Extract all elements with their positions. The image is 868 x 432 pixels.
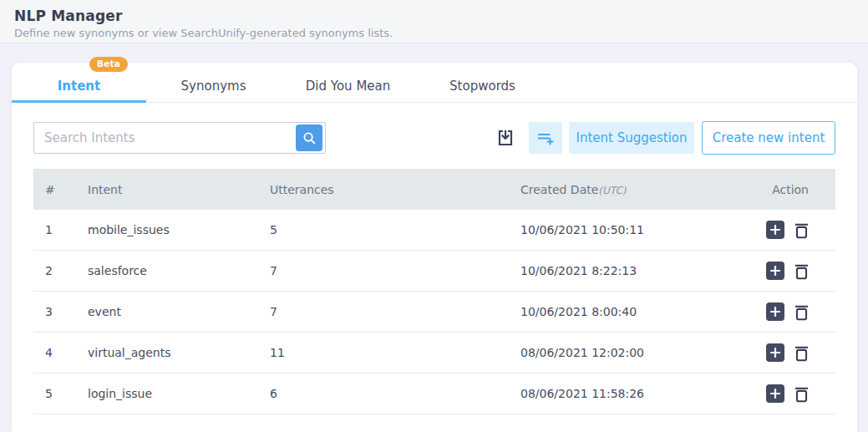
nlp-card: Beta Intent Synonyms Did You Mean Stopwo…	[12, 63, 857, 432]
toolbar-actions: Intent Suggestion Create new intent	[493, 121, 835, 155]
column-header-action: Action	[763, 183, 835, 196]
tab-stopwords[interactable]: Stopwords	[415, 63, 550, 102]
utterances-count: 7	[270, 305, 520, 318]
table-row: 4 virtual_agents 11 08/06/2021 12:02:00	[33, 333, 835, 374]
tab-did-you-mean[interactable]: Did You Mean	[281, 63, 415, 102]
column-header-created-date: Created Date(UTC)	[520, 183, 763, 196]
add-intent-list-button[interactable]	[529, 122, 562, 154]
row-number: 5	[33, 387, 88, 400]
row-number: 2	[33, 264, 88, 277]
search-button[interactable]	[296, 125, 322, 151]
created-date: 10/06/2021 8:22:13	[520, 264, 763, 277]
row-number: 3	[33, 305, 88, 318]
add-utterance-button[interactable]	[766, 343, 784, 362]
toolbar: Intent Suggestion Create new intent	[33, 121, 835, 155]
delete-intent-button[interactable]	[792, 384, 810, 404]
created-date-label: Created Date	[520, 183, 598, 196]
utterances-count: 5	[270, 223, 520, 236]
row-actions	[763, 384, 835, 404]
plus-icon	[769, 265, 781, 277]
download-intents-button[interactable]	[493, 122, 518, 154]
column-header-num: #	[33, 183, 88, 196]
table-row: 2 salesforce 7 10/06/2021 8:22:13	[33, 251, 835, 292]
table-row: 5 login_issue 6 08/06/2021 11:58:26	[33, 374, 835, 414]
plus-icon	[769, 224, 781, 236]
column-header-intent: Intent	[88, 183, 270, 196]
column-header-utterances: Utterances	[270, 183, 520, 196]
row-actions	[763, 261, 835, 281]
trash-icon	[793, 262, 810, 281]
intent-suggestion-button[interactable]: Intent Suggestion	[569, 122, 694, 154]
row-actions	[763, 220, 835, 240]
add-utterance-button[interactable]	[766, 302, 784, 321]
tab-label: Stopwords	[449, 79, 515, 94]
delete-intent-button[interactable]	[792, 343, 810, 363]
tab-label: Did You Mean	[306, 79, 391, 94]
created-date: 08/06/2021 12:02:00	[520, 346, 763, 359]
utterances-count: 11	[270, 346, 520, 359]
trash-icon	[793, 221, 810, 240]
row-number: 4	[33, 346, 88, 359]
intent-name: virtual_agents	[88, 346, 270, 359]
intents-table: # Intent Utterances Created Date(UTC) Ac…	[33, 169, 835, 414]
add-utterance-button[interactable]	[766, 384, 784, 403]
intent-name: mobile_issues	[88, 223, 270, 236]
add-to-list-icon	[536, 129, 555, 147]
search-icon	[302, 130, 317, 145]
utterances-count: 6	[270, 387, 520, 400]
row-actions	[763, 343, 835, 363]
page-title: NLP Manager	[14, 8, 868, 24]
search-input[interactable]	[33, 122, 326, 154]
table-row: 3 event 7 10/06/2021 8:00:40	[33, 292, 835, 333]
page-header: NLP Manager Define new synonyms or view …	[0, 0, 868, 43]
plus-icon	[769, 306, 781, 318]
tab-bar: Beta Intent Synonyms Did You Mean Stopwo…	[12, 63, 857, 103]
created-date: 10/06/2021 8:00:40	[520, 305, 763, 318]
utc-label: (UTC)	[598, 185, 626, 196]
table-row: 1 mobile_issues 5 10/06/2021 10:50:11	[33, 210, 835, 251]
row-actions	[763, 302, 835, 322]
delete-intent-button[interactable]	[792, 220, 810, 240]
trash-icon	[793, 384, 810, 404]
tab-label: Synonyms	[181, 79, 246, 94]
create-new-intent-button[interactable]: Create new intent	[702, 121, 835, 155]
page-subtitle: Define new synonyms or view SearchUnify-…	[14, 27, 868, 39]
tab-intent[interactable]: Beta Intent	[12, 63, 146, 102]
delete-intent-button[interactable]	[792, 302, 810, 322]
plus-icon	[769, 388, 781, 399]
trash-icon	[793, 302, 810, 322]
row-number: 1	[33, 223, 88, 236]
created-date: 08/06/2021 11:58:26	[520, 387, 763, 400]
created-date: 10/06/2021 10:50:11	[520, 223, 763, 236]
tab-synonyms[interactable]: Synonyms	[146, 63, 281, 102]
utterances-count: 7	[270, 264, 520, 277]
table-header-row: # Intent Utterances Created Date(UTC) Ac…	[33, 169, 835, 210]
plus-icon	[769, 347, 781, 358]
intent-name: event	[88, 305, 270, 318]
nlp-manager-screen: NLP Manager Define new synonyms or view …	[0, 0, 868, 432]
search-intents	[33, 122, 326, 154]
delete-intent-button[interactable]	[792, 261, 810, 281]
intent-name: login_issue	[88, 387, 270, 400]
beta-badge: Beta	[89, 57, 128, 72]
tab-label: Intent	[58, 79, 100, 94]
add-utterance-button[interactable]	[766, 221, 784, 239]
add-utterance-button[interactable]	[766, 262, 784, 280]
download-icon	[495, 128, 515, 148]
intent-name: salesforce	[88, 264, 270, 277]
trash-icon	[793, 343, 810, 363]
